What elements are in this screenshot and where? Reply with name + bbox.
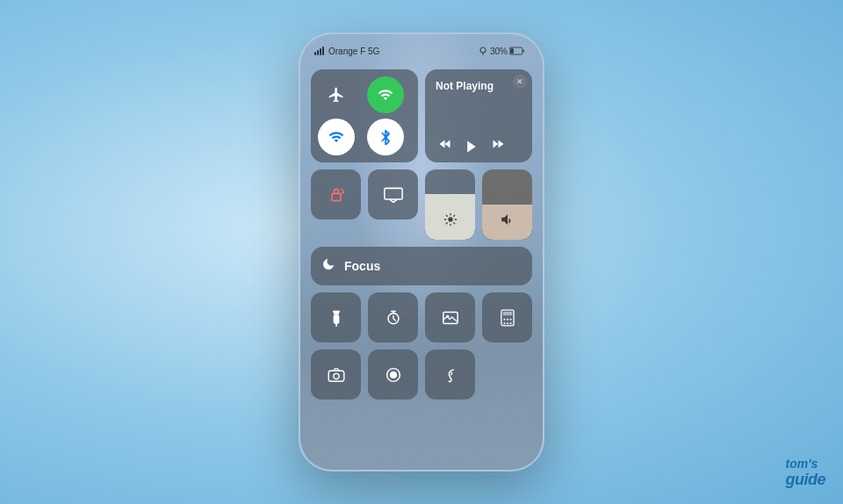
svg-point-20 [506,322,508,324]
svg-point-0 [480,47,486,53]
rewind-icon [436,140,451,154]
brightness-track [425,169,475,240]
connectivity-block [311,69,418,162]
svg-point-16 [503,318,505,320]
svg-rect-4 [522,50,524,53]
forward-button[interactable] [492,140,508,157]
forward-icon [492,140,508,154]
now-playing-close-button[interactable]: ✕ [513,75,527,89]
bluetooth-button[interactable] [367,119,404,155]
volume-track [482,169,532,240]
volume-icon [500,212,515,229]
status-bar: Orange F 5G 30% [300,34,543,62]
play-button[interactable] [465,140,478,157]
status-left: Orange F 5G [314,47,379,56]
camera-button[interactable] [311,349,361,400]
photo-icon [442,310,459,326]
rewind-button[interactable] [436,140,451,157]
cc-grid: ✕ Not Playing [311,69,532,400]
moon-icon [321,257,335,275]
volume-empty [482,169,532,205]
utility-row-1 [311,292,532,342]
svg-point-19 [503,322,505,324]
play-icon [465,140,478,154]
wifi-icon [328,129,344,145]
signal-bar-2 [317,50,319,55]
watermark-line1: tom's [786,457,826,472]
svg-point-13 [446,314,449,317]
volume-slider[interactable] [482,169,532,240]
calculator-icon [501,309,515,327]
camera-icon [328,368,345,382]
screen-lock-button[interactable] [311,169,361,220]
signal-bars [314,47,324,55]
airplane-icon [328,86,345,104]
svg-point-23 [333,373,338,378]
cellular-button[interactable] [367,76,404,113]
watermark: tom's guide [786,457,826,490]
svg-rect-6 [384,188,401,199]
svg-rect-8 [333,314,339,323]
utility-row-2 [311,349,532,400]
watermark-line2: guide [786,471,826,490]
now-playing-title: Not Playing [436,80,494,92]
now-playing-controls [436,140,508,157]
svg-rect-15 [502,311,512,314]
flashlight-button[interactable] [311,292,361,342]
focus-label: Focus [344,259,380,273]
screen-mirror-button[interactable] [368,169,418,220]
screen-mirror-icon [384,187,403,203]
empty-slot [482,349,532,400]
brightness-empty [425,169,475,194]
battery-icon [509,47,525,55]
battery-level: 30% [490,47,525,56]
screen-lock-icon [328,185,345,205]
wifi-button[interactable] [318,119,355,155]
location-icon [479,47,486,55]
now-playing-block: ✕ Not Playing [425,69,532,162]
svg-point-25 [389,371,396,378]
flashlight-icon [330,309,342,327]
svg-marker-9 [332,310,339,314]
carrier-label: Orange F 5G [328,47,379,56]
svg-rect-3 [510,48,514,54]
signal-bar-4 [322,47,324,55]
phone-frame: Orange F 5G 30% [299,32,544,472]
airplane-mode-button[interactable] [318,76,355,113]
svg-point-21 [509,322,511,324]
speaker-icon [500,212,515,227]
brightness-slider[interactable] [425,169,475,240]
svg-point-7 [448,217,452,221]
signal-bar-1 [314,52,316,55]
photo-button[interactable] [425,292,475,342]
screen-record-button[interactable] [368,349,418,400]
brightness-icon [443,212,458,229]
ear-icon [444,367,457,383]
row2 [311,169,532,240]
record-icon [385,367,401,383]
focus-row[interactable]: Focus [311,247,532,285]
svg-point-17 [506,318,508,320]
bluetooth-icon [379,129,392,145]
timer-icon [385,310,401,326]
svg-point-18 [509,318,511,320]
crescent-moon-icon [321,257,335,271]
status-right: 30% [479,47,525,56]
calculator-button[interactable] [482,292,532,342]
sun-icon [443,212,458,227]
hearing-button[interactable] [425,349,475,400]
control-center: ✕ Not Playing [311,69,532,452]
timer-button[interactable] [368,292,418,342]
cellular-icon [378,87,393,103]
svg-rect-5 [332,193,341,200]
signal-bar-3 [320,48,321,55]
